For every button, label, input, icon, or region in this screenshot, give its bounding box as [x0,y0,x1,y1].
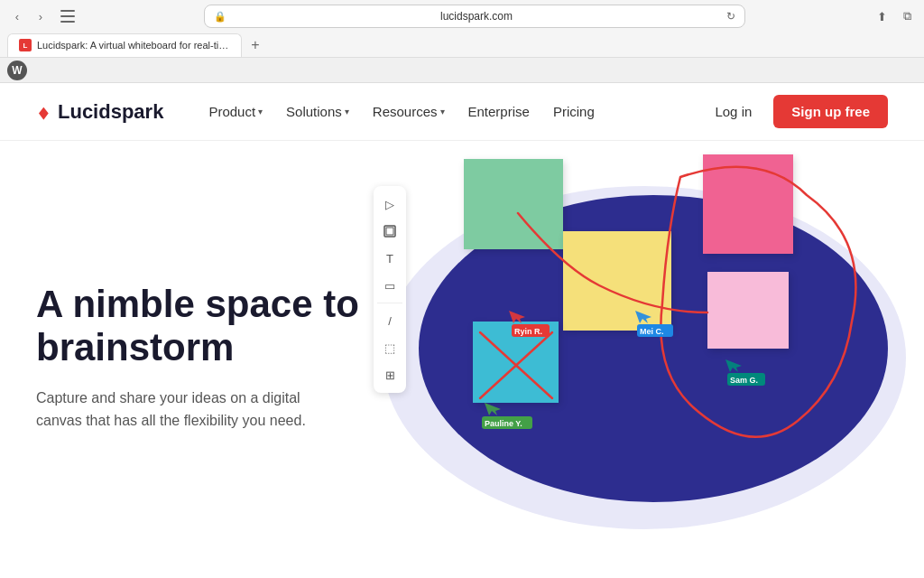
logo-icon: ⬧ [36,98,51,126]
nav-solutions[interactable]: Solutions ▾ [277,98,358,125]
sticky-note-yellow [563,231,671,331]
toolbar-grid-button[interactable]: ⊞ [377,362,402,387]
toolbar-divider [377,303,402,303]
nav-resources[interactable]: Resources ▾ [364,98,454,125]
url-text: lucidspark.com [232,10,721,23]
svg-rect-4 [386,228,393,235]
sticky-note-green [464,159,563,249]
toolbar-panel: ▷ T ▭ / ⬚ ⊞ [374,186,406,393]
resources-chevron-icon: ▾ [440,107,445,117]
nav-pricing[interactable]: Pricing [544,98,604,125]
browser-actions: ⬆ ⧉ [872,6,917,26]
site-navbar: ⬧ Lucidspark Product ▾ Solutions ▾ Resou… [0,83,924,141]
browser-chrome: ‹ › 🔒 lucidspark.com ↻ ⬆ ⧉ L Lucidspark:… [0,0,924,83]
sticky-note-pink-light [707,272,789,349]
nav-resources-label: Resources [373,104,438,119]
nav-product[interactable]: Product ▾ [199,98,272,125]
login-button[interactable]: Log in [704,98,762,125]
signup-button[interactable]: Sign up free [773,95,888,128]
forward-button[interactable]: › [31,6,51,26]
nav-product-label: Product [208,104,255,119]
toolbar-pen-button[interactable]: / [377,308,402,333]
tab-bar: L Lucidspark: A virtual whiteboard for r… [0,33,924,58]
browser-toolbar: ‹ › 🔒 lucidspark.com ↻ ⬆ ⧉ [0,0,924,33]
reload-button[interactable]: ↻ [726,10,735,23]
hero-title: A nimble space to brainstorm [36,283,397,370]
nav-buttons: ‹ › [7,6,51,26]
nav-enterprise-label: Enterprise [468,104,530,119]
toolbar-sticky-button[interactable]: ⬚ [377,335,402,360]
fullscreen-button[interactable]: ⧉ [897,6,917,26]
logo-text: Lucidspark [58,100,163,124]
svg-rect-2 [60,21,75,23]
back-button[interactable]: ‹ [7,6,27,26]
share-button[interactable]: ⬆ [872,6,892,26]
toolbar-frame-button[interactable] [377,219,402,244]
nav-actions: Log in Sign up free [704,95,888,128]
sticky-note-cyan [473,322,559,403]
product-chevron-icon: ▾ [258,107,263,117]
sticky-note-pink-hot [703,154,793,254]
hero-subtitle: Capture and share your ideas on a digita… [36,387,325,433]
hero-section: A nimble space to brainstorm Capture and… [0,141,924,574]
tab-label: Lucidspark: A virtual whiteboard for rea… [37,40,230,51]
sidebar-toggle-button[interactable] [58,6,78,26]
wp-icon: W [7,61,27,80]
lock-icon: 🔒 [214,11,226,23]
toolbar-shape-button[interactable]: ▭ [377,273,402,298]
nav-solutions-label: Solutions [286,104,342,119]
nav-links: Product ▾ Solutions ▾ Resources ▾ Enterp… [199,98,704,125]
new-tab-button[interactable]: + [245,35,265,55]
toolbar-text-button[interactable]: T [377,246,402,271]
nav-pricing-label: Pricing [553,104,595,119]
active-tab[interactable]: L Lucidspark: A virtual whiteboard for r… [7,33,242,57]
wp-bar: W [0,58,924,83]
svg-rect-1 [60,15,75,17]
solutions-chevron-icon: ▾ [345,107,349,117]
url-bar[interactable]: 🔒 lucidspark.com ↻ [204,5,745,28]
nav-enterprise[interactable]: Enterprise [459,98,539,125]
tab-favicon: L [19,39,32,51]
logo-link[interactable]: ⬧ Lucidspark [36,98,163,126]
hero-text: A nimble space to brainstorm Capture and… [36,283,397,433]
hero-illustration: ▷ T ▭ / ⬚ ⊞ [365,141,924,574]
toolbar-select-button[interactable]: ▷ [377,191,402,217]
svg-rect-0 [60,10,75,12]
